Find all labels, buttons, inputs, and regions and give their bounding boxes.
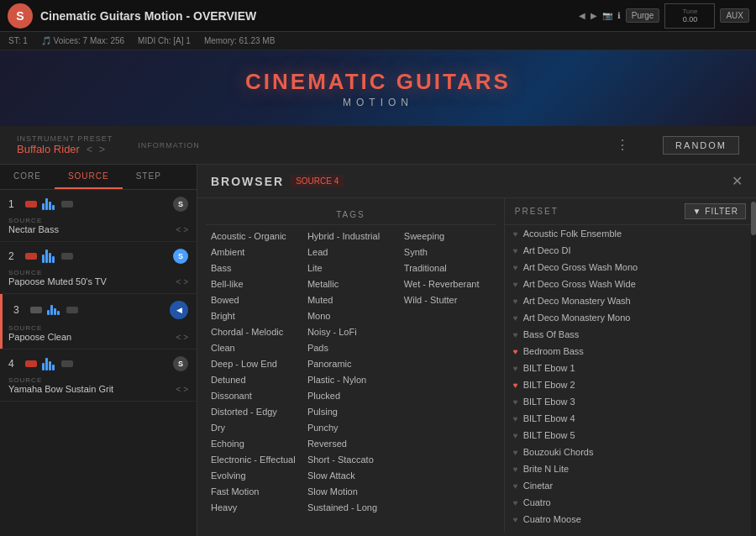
mute2[interactable] (61, 253, 73, 260)
preset-item[interactable]: ♥ Art Deco Monastery Wash (505, 292, 756, 309)
tag-item[interactable]: Sweeping (399, 229, 496, 244)
preset-item[interactable]: ♥ Art Deco Gross Wash Mono (505, 259, 756, 276)
source-nav[interactable]: < > (176, 225, 188, 234)
preset-item[interactable]: ♥ Cuatro Moose (505, 511, 756, 528)
tag-item[interactable]: Clean (206, 340, 302, 355)
tag-item[interactable]: Slow Attack (302, 468, 399, 483)
mute2[interactable] (61, 201, 73, 208)
heart-icon[interactable]: ♥ (513, 515, 518, 524)
purge-button[interactable]: Purge (626, 8, 660, 23)
preset-item[interactable]: ♥ Brite N Lite (505, 460, 756, 477)
mute2[interactable] (61, 360, 73, 367)
nav-prev[interactable]: ◀ (579, 11, 585, 20)
preset-item[interactable]: ♥ Art Deco Monastery Mono (505, 309, 756, 326)
preset-item[interactable]: ♥ BILT Ebow 1 (505, 360, 756, 376)
heart-icon[interactable]: ♥ (513, 246, 518, 255)
preset-nav-left[interactable]: < (87, 144, 92, 155)
heart-icon[interactable]: ♥ (513, 481, 518, 491)
preset-item[interactable]: ♥ BILT Ebow 3 (505, 393, 756, 410)
heart-icon[interactable]: ♥ (513, 397, 518, 407)
source-nav[interactable]: < > (176, 385, 188, 394)
preset-item[interactable]: ♥ Bouzouki Chords (505, 444, 756, 460)
preset-item[interactable]: ♥ BILT Ebow 5 (505, 427, 756, 444)
heart-icon[interactable]: ♥ (513, 263, 518, 272)
tag-item[interactable] (399, 308, 496, 323)
tag-item[interactable]: Ambient (206, 244, 302, 260)
tag-item[interactable] (399, 372, 496, 387)
tab-source[interactable]: SOURCE (55, 165, 123, 189)
tag-item[interactable]: Bright (206, 308, 302, 323)
tag-item[interactable] (399, 420, 496, 435)
heart-icon[interactable]: ♥ (513, 280, 518, 289)
tag-item[interactable]: Plastic - Nylon (302, 372, 399, 387)
heart-icon[interactable]: ♥ (513, 381, 518, 390)
tag-item[interactable] (399, 388, 496, 403)
tag-item[interactable]: Acoustic - Organic (206, 229, 302, 244)
tab-step[interactable]: STEP (123, 165, 175, 189)
info-icon[interactable]: ℹ (617, 11, 621, 20)
tag-item[interactable]: Hybrid - Industrial (302, 229, 399, 244)
tag-item[interactable] (399, 452, 496, 467)
mute-button[interactable] (30, 307, 42, 313)
tag-item[interactable]: Mono (302, 308, 399, 323)
mute2[interactable] (66, 307, 78, 313)
heart-icon[interactable]: ♥ (513, 347, 518, 356)
tag-item[interactable]: Wild - Stutter (399, 292, 496, 307)
heart-icon[interactable]: ♥ (513, 229, 518, 239)
heart-icon[interactable]: ♥ (513, 297, 518, 306)
tag-item[interactable] (399, 340, 496, 355)
source-nav[interactable]: < > (176, 277, 188, 286)
heart-icon[interactable]: ♥ (513, 431, 518, 440)
tag-item[interactable] (399, 500, 496, 515)
tag-item[interactable]: Chordal - Melodic (206, 324, 302, 339)
tag-item[interactable]: Noisy - LoFi (302, 324, 399, 339)
tag-item[interactable] (399, 324, 496, 339)
tag-item[interactable]: Short - Staccato (302, 452, 399, 467)
tag-item[interactable]: Pads (302, 340, 399, 355)
tag-item[interactable]: Evolving (206, 468, 302, 483)
tag-item[interactable] (399, 468, 496, 483)
heart-icon[interactable]: ♥ (513, 498, 518, 507)
tag-item[interactable]: Reversed (302, 436, 399, 451)
preset-item[interactable]: ♥ Cuatro (505, 494, 756, 511)
tag-item[interactable]: Dry (206, 420, 302, 435)
tag-item[interactable]: Punchy (302, 420, 399, 435)
solo-button[interactable]: S (173, 197, 188, 212)
preset-nav-right[interactable]: > (99, 144, 105, 155)
tag-item[interactable] (399, 484, 496, 499)
solo-indicator[interactable]: ◀ (170, 301, 188, 319)
heart-icon[interactable]: ♥ (513, 330, 518, 339)
tag-item[interactable]: Dissonant (206, 388, 302, 403)
tag-item[interactable]: Sustained - Long (302, 500, 399, 515)
scrollbar-thumb[interactable] (751, 202, 756, 235)
camera-icon[interactable]: 📷 (602, 11, 612, 20)
tag-item[interactable]: Electronic - Effectual (206, 452, 302, 467)
random-button[interactable]: RANDOM (663, 136, 739, 155)
preset-item[interactable]: ♥ Bedroom Bass (505, 343, 756, 360)
tag-item[interactable]: Muted (302, 292, 399, 307)
solo-button[interactable]: S (173, 249, 188, 264)
preset-item[interactable]: ♥ Acoustic Folk Ensemble (505, 225, 756, 242)
tag-item[interactable]: Traditional (399, 260, 496, 276)
tag-item[interactable]: Plucked (302, 388, 399, 403)
tag-item[interactable]: Distorted - Edgy (206, 404, 302, 419)
tag-item[interactable]: Detuned (206, 372, 302, 387)
heart-icon[interactable]: ♥ (513, 448, 518, 457)
preset-item[interactable]: ♥ BILT Ebow 4 (505, 410, 756, 427)
tag-item[interactable]: Bell-like (206, 276, 302, 292)
filter-button[interactable]: ▼ FILTER (685, 203, 746, 219)
nav-next[interactable]: ▶ (591, 11, 597, 20)
preset-item[interactable]: ♥ BILT Ebow 2 (505, 376, 756, 393)
tag-item[interactable]: Lead (302, 244, 399, 260)
close-icon[interactable]: ✕ (732, 173, 743, 189)
tag-item[interactable]: Wet - Reverberant (399, 276, 496, 292)
tag-item[interactable]: Deep - Low End (206, 356, 302, 371)
preset-item[interactable]: ♥ Cinetar (505, 477, 756, 494)
tag-item[interactable] (399, 404, 496, 419)
preset-item[interactable]: ♥ Bass Of Bass (505, 326, 756, 343)
tag-item[interactable]: Bass (206, 260, 302, 276)
heart-icon[interactable]: ♥ (513, 414, 518, 423)
tag-item[interactable]: Panoramic (302, 356, 399, 371)
tag-item[interactable]: Lite (302, 260, 399, 276)
tag-item[interactable]: Heavy (206, 500, 302, 515)
